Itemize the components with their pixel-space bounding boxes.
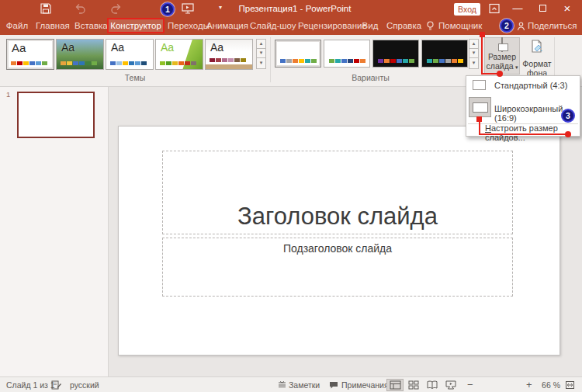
color-swatch [293,59,298,63]
slide-size-label-line2: слайда [487,61,514,71]
slide-page[interactable]: Заголовок слайда Подзаголовок слайда [118,126,560,356]
color-swatch [79,61,85,65]
widescreen-16-9-icon [473,102,488,113]
tab-home[interactable]: Главная [33,17,71,35]
slide-size-icon [501,37,503,52]
minimize-button[interactable]: — [507,0,528,17]
zoom-out-button[interactable]: − [467,377,473,392]
color-swatch [222,58,227,62]
theme-photo[interactable]: Aa [56,39,104,70]
ribbon-tab-strip: Файл Главная Вставка Конструктор Переход… [0,17,582,35]
color-swatch [178,61,184,65]
variant-2[interactable] [324,40,370,68]
tab-design[interactable]: Конструктор [107,18,165,33]
slide-thumbnail-number: 1 [6,90,10,99]
variants-more-button[interactable]: ▾ [469,57,479,69]
normal-view-button[interactable] [386,379,404,391]
zoom-level[interactable]: 66 % [537,377,560,392]
theme-accent-bar [206,64,253,69]
accessibility-check-icon[interactable] [51,380,61,392]
subtitle-placeholder[interactable]: Подзаголовок слайда [162,238,513,297]
status-bar: Слайд 1 из 1 русский Заметки Примечания … [0,376,582,392]
theme-aa-label: Aa [210,41,223,54]
comments-icon [329,381,338,392]
tab-file[interactable]: Файл [2,17,33,35]
theme-office[interactable]: Aa [6,39,54,70]
language-indicator[interactable]: русский [70,377,99,392]
color-swatch [397,59,402,63]
color-swatch [166,61,171,65]
theme-aa-label: Aa [111,41,124,54]
ribbon-display-options-icon[interactable] [489,3,501,15]
menu-item-standard-4-3[interactable]: Стандартный (4:3) [466,76,580,95]
menu-item-label: Стандартный (4:3) [494,81,567,90]
color-swatch [185,61,190,65]
themes-more-button[interactable]: ▾ [256,57,266,69]
start-slideshow-icon[interactable] [182,3,193,15]
variant-color-dots [378,59,415,63]
color-swatch [299,59,304,63]
format-background-button[interactable]: Формат фона [521,37,553,75]
slide-size-button[interactable]: Размер слайда ▾ [484,37,520,75]
notes-toggle[interactable]: Заметки [289,377,320,392]
color-swatch [110,61,116,65]
title-bar: ▾ 1 Презентация1 - PowerPoint Вход — × [0,0,582,17]
zoom-in-button[interactable]: + [526,377,532,392]
title-placeholder[interactable]: Заголовок слайда [162,151,513,234]
variant-4[interactable] [421,40,468,68]
tab-insert[interactable]: Вставка [71,17,107,35]
color-swatch [452,59,457,63]
tab-assistant[interactable]: Помощник [435,17,477,35]
theme-wisp[interactable]: Aa [205,39,253,70]
tab-slideshow[interactable]: Слайд-шоу [247,17,293,35]
color-swatch [11,61,16,65]
tab-view[interactable]: Вид [359,17,382,35]
fit-slide-to-window-button[interactable] [565,380,575,392]
variants-gallery-scroll: ▴ ▾ ▾ [469,39,479,70]
color-swatch [458,59,463,63]
comments-toggle[interactable]: Примечания [341,377,389,392]
variant-3[interactable] [372,40,419,68]
color-swatch [116,61,122,65]
menu-item-custom-slide-size[interactable]: Настроить размер слайдов... [466,121,580,134]
color-swatch [42,61,47,65]
tab-review[interactable]: Рецензирование [295,17,357,35]
redo-icon[interactable] [110,3,122,15]
tab-animations[interactable]: Анимация [203,17,245,35]
reading-view-button[interactable] [424,379,441,391]
slide-size-menu: Стандартный (4:3) Широкоэкранный (16:9) … [466,75,580,137]
facet-chevron-shape [181,39,203,70]
slide-sorter-view-button[interactable] [405,379,422,391]
theme-white-blue[interactable]: Aa [106,39,154,70]
theme-color-dots [110,61,147,65]
themes-group-label: Темы [0,73,270,83]
slide-subtitle-text: Подзаголовок слайда [163,238,512,255]
color-swatch [61,61,66,65]
variant-color-dots [280,59,317,63]
theme-facet[interactable]: Aa [155,39,203,70]
save-icon[interactable] [40,3,52,15]
sign-in-button[interactable]: Вход [454,3,480,16]
color-swatch [172,61,178,65]
theme-color-dots [61,61,98,65]
slide-counter: Слайд 1 из 1 [6,377,55,392]
close-button[interactable]: × [556,0,578,17]
share-button[interactable]: Поделиться [525,17,571,35]
color-swatch [210,58,215,62]
slide-thumbnail[interactable] [17,92,95,138]
undo-icon[interactable] [74,3,86,15]
tab-help[interactable]: Справка [383,17,419,35]
maximize-button[interactable] [532,0,553,17]
format-background-icon [528,39,546,56]
color-swatch [348,59,353,63]
color-swatch [305,59,310,63]
tab-transitions[interactable]: Переходы [165,17,206,35]
annotation-badge-1: 1 [161,2,175,16]
color-swatch [216,58,221,62]
color-swatch [427,59,432,63]
slide-thumbnail-panel: 1 [0,87,109,376]
slideshow-view-button[interactable] [442,379,459,391]
color-swatch [360,59,365,63]
variant-1[interactable] [275,40,321,68]
color-swatch [141,61,147,65]
